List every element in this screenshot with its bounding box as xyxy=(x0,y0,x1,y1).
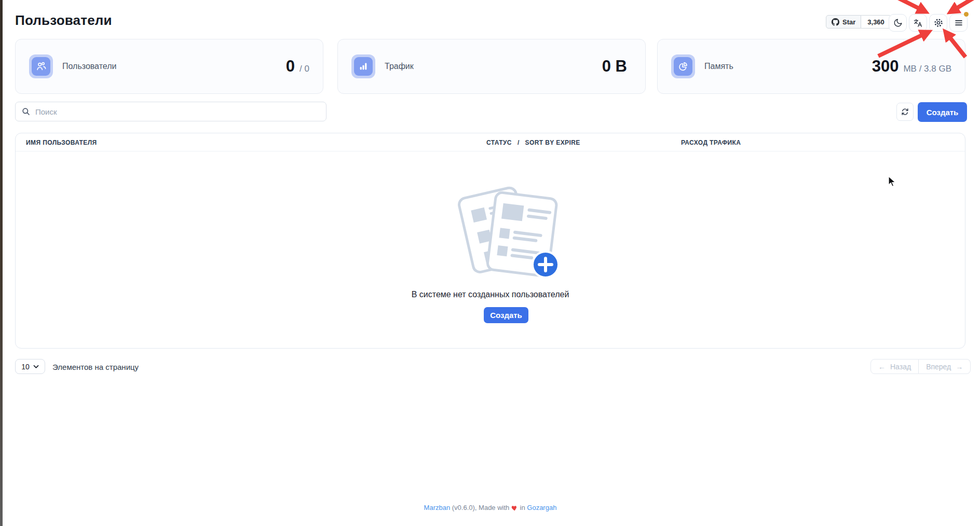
page-title: Пользователи xyxy=(15,12,112,29)
pie-chart-icon xyxy=(671,54,695,78)
search-input[interactable] xyxy=(35,107,320,116)
page-size-value: 10 xyxy=(21,363,30,371)
footer-version-text: (v0.6.0), Made with xyxy=(450,504,511,511)
per-page-label: Элементов на страницу xyxy=(52,363,139,371)
empty-state-create-button[interactable]: Создать xyxy=(484,307,528,323)
heart-icon xyxy=(511,505,518,511)
stat-card-label: Трафик xyxy=(385,62,414,71)
stat-card-value: 0 xyxy=(286,57,295,76)
pagination-next-button[interactable]: Вперед → xyxy=(919,359,971,374)
github-star-label: Star xyxy=(842,18,855,26)
github-star-button[interactable]: Star xyxy=(826,15,861,29)
pagination: ← Назад Вперед → xyxy=(870,359,971,374)
empty-state-illustration xyxy=(454,181,559,280)
chevron-down-icon xyxy=(33,365,39,369)
github-star-badge[interactable]: Star 3,360 xyxy=(826,15,891,29)
menu-icon xyxy=(954,18,963,27)
refresh-icon xyxy=(901,107,909,116)
stat-card-label: Память xyxy=(704,62,733,71)
column-header-status-expire[interactable]: СТАТУС / SORT BY EXPIRE xyxy=(486,133,580,151)
footer-brand-link[interactable]: Marzban xyxy=(424,504,451,511)
translate-icon xyxy=(913,18,923,28)
column-header-traffic[interactable]: РАСХОД ТРАФИКА xyxy=(681,133,741,151)
users-icon xyxy=(29,54,53,78)
footer: Marzban (v0.6.0), Made with in Gozargah xyxy=(15,504,965,511)
dark-mode-button[interactable] xyxy=(889,14,907,32)
footer-in-text: in xyxy=(518,504,527,511)
marzban-users-page: Пользователи Star 3,360 Пользователи 0/ … xyxy=(0,0,980,526)
column-header-sort-by-expire[interactable]: SORT BY EXPIRE xyxy=(525,139,580,146)
language-button[interactable] xyxy=(909,14,927,32)
bar-chart-icon xyxy=(351,54,375,78)
stat-card-traffic: Трафик 0 B xyxy=(337,39,646,94)
empty-state-message: В системе нет созданных пользователей xyxy=(16,290,965,299)
github-octocat-icon xyxy=(832,18,839,26)
stat-card-users: Пользователи 0/ 0 xyxy=(15,39,323,94)
left-arrow-icon: ← xyxy=(878,363,886,371)
plus-icon xyxy=(533,252,559,278)
stat-card-value: 300 xyxy=(872,57,899,76)
page-size-select[interactable]: 10 xyxy=(15,359,45,374)
moon-icon xyxy=(893,18,903,27)
menu-button[interactable] xyxy=(949,14,968,32)
column-header-username[interactable]: ИМЯ ПОЛЬЗОВАТЕЛЯ xyxy=(26,133,97,151)
stat-card-secondary: / 0 xyxy=(300,64,309,74)
refresh-button[interactable] xyxy=(896,103,914,121)
pagination-prev-button[interactable]: ← Назад xyxy=(870,359,919,374)
stat-card-memory: Память 300MB / 3.8 GB xyxy=(657,39,965,94)
github-star-count[interactable]: 3,360 xyxy=(861,15,891,29)
stat-card-label: Пользователи xyxy=(62,62,116,71)
right-arrow-icon: → xyxy=(956,363,963,371)
stat-card-value: 0 B xyxy=(602,57,627,76)
search-box[interactable] xyxy=(15,102,326,121)
settings-button[interactable] xyxy=(929,14,947,32)
notification-dot xyxy=(964,12,969,17)
column-header-separator: / xyxy=(518,139,520,146)
column-header-status[interactable]: СТАТУС xyxy=(486,139,512,146)
pagination-next-label: Вперед xyxy=(926,363,951,371)
gear-icon xyxy=(933,18,944,28)
create-user-button[interactable]: Создать xyxy=(918,102,967,122)
search-icon xyxy=(22,107,30,116)
footer-org-link[interactable]: Gozargah xyxy=(527,504,556,511)
users-table: ИМЯ ПОЛЬЗОВАТЕЛЯ СТАТУС / SORT BY EXPIRE… xyxy=(15,133,965,349)
left-edge-strip xyxy=(0,0,3,526)
pagination-prev-label: Назад xyxy=(890,363,911,371)
stat-card-secondary: MB / 3.8 GB xyxy=(903,64,951,74)
table-header-row: ИМЯ ПОЛЬЗОВАТЕЛЯ СТАТУС / SORT BY EXPIRE… xyxy=(16,133,965,151)
